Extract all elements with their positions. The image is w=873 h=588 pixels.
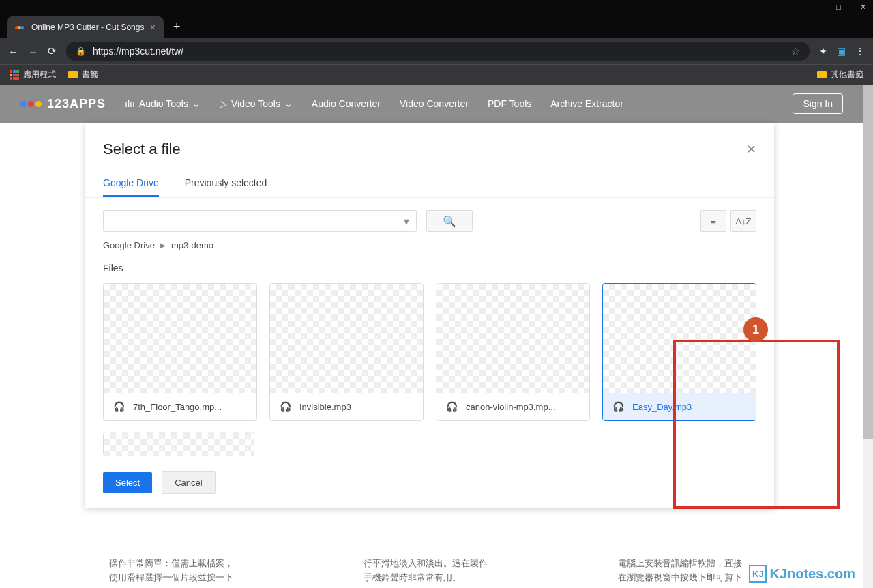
file-name: Easy_Day.mp3: [632, 402, 692, 412]
modal-title: Select a file: [103, 141, 181, 158]
bookmarks-bar: 應用程式 書籤 其他書籤: [0, 64, 873, 85]
tab-title: Online MP3 Cutter - Cut Songs: [31, 23, 144, 32]
sort-az-icon: A↓Z: [735, 216, 751, 226]
apps-shortcut[interactable]: 應用程式: [10, 69, 56, 80]
address-bar: ← → ⟳ 🔒 https://mp3cut.net/tw/ ☆ ✦ ▣ ⋮: [0, 38, 873, 64]
new-tab-button[interactable]: +: [173, 20, 181, 34]
file-thumbnail: [104, 432, 254, 456]
file-thumbnail: [104, 284, 256, 393]
extensions-icon[interactable]: ✦: [819, 46, 827, 57]
background-text: 操作非常簡單：僅需上載檔案，使用滑桿選擇一個片段並按一下 行平滑地淡入和淡出。這…: [109, 557, 795, 585]
file-item[interactable]: 🎧canon-violin-mp3.mp...: [436, 283, 590, 421]
sort-button[interactable]: A↓Z: [730, 210, 756, 232]
page-scrollbar[interactable]: [863, 85, 873, 588]
modal-actions: Select Cancel: [85, 462, 774, 494]
watermark-icon: KJ: [749, 565, 767, 583]
close-window-icon[interactable]: ✕: [860, 3, 866, 12]
headphones-icon: 🎧: [612, 401, 624, 412]
tab-previously-selected[interactable]: Previously selected: [185, 171, 267, 197]
file-name: Invisible.mp3: [299, 402, 351, 412]
apps-grid-icon: [10, 70, 19, 80]
chevron-right-icon: ▶: [160, 241, 166, 249]
nav-video-tools[interactable]: ▷Video Tools⌄: [220, 98, 293, 109]
tab-close-icon[interactable]: ×: [150, 22, 156, 33]
menu-icon[interactable]: ⋮: [855, 46, 865, 57]
files-heading: Files: [85, 256, 774, 278]
folder-icon: [68, 71, 78, 78]
file-item-selected[interactable]: 🎧Easy_Day.mp3: [602, 283, 756, 421]
folder-dropdown[interactable]: [103, 210, 417, 232]
site-logo[interactable]: 123APPS: [20, 97, 106, 111]
list-view-button[interactable]: ≡: [700, 210, 726, 232]
folder-icon: [817, 71, 827, 78]
nav-pdf-tools[interactable]: PDF Tools: [488, 98, 531, 109]
breadcrumb-root[interactable]: Google Drive: [103, 240, 155, 250]
nav-audio-tools[interactable]: ılııAudio Tools⌄: [125, 98, 201, 109]
back-icon[interactable]: ←: [8, 46, 18, 57]
file-name: 7th_Floor_Tango.mp...: [133, 402, 222, 412]
logo-dots-icon: [20, 101, 42, 107]
extension-badge-icon[interactable]: ▣: [837, 46, 846, 57]
modal-close-icon[interactable]: ✕: [746, 142, 756, 157]
lock-icon: 🔒: [76, 46, 86, 56]
list-icon: ≡: [711, 216, 716, 226]
nav-audio-converter[interactable]: Audio Converter: [312, 98, 381, 109]
other-bookmarks[interactable]: 其他書籤: [817, 69, 863, 80]
forward-icon[interactable]: →: [28, 46, 38, 57]
file-item[interactable]: [103, 432, 254, 456]
tab-google-drive[interactable]: Google Drive: [103, 171, 159, 197]
url-text: https://mp3cut.net/tw/: [93, 46, 183, 57]
watermark: KJ KJnotes.com: [749, 565, 855, 583]
headphones-icon: 🎧: [280, 401, 291, 412]
tab-strip: Online MP3 Cutter - Cut Songs × +: [0, 14, 873, 38]
favicon-icon: [15, 22, 26, 33]
nav-archive-extractor[interactable]: Archive Extractor: [550, 98, 623, 109]
sign-in-button[interactable]: Sign In: [793, 93, 843, 114]
breadcrumb: Google Drive ▶ mp3-demo: [85, 240, 774, 256]
file-picker-modal: Select a file ✕ Google Drive Previously …: [85, 123, 774, 508]
search-icon: 🔍: [443, 215, 456, 228]
file-item[interactable]: 🎧Invisible.mp3: [269, 283, 424, 421]
window-titlebar: — □ ✕: [0, 0, 873, 14]
file-thumbnail: [603, 284, 756, 393]
bookmark-folder[interactable]: 書籤: [68, 69, 98, 80]
modal-tabs: Google Drive Previously selected: [85, 171, 774, 198]
headphones-icon: 🎧: [113, 401, 125, 412]
annotation-badge-1: 1: [743, 317, 768, 342]
file-item[interactable]: 🎧7th_Floor_Tango.mp...: [103, 283, 257, 421]
omnibox[interactable]: 🔒 https://mp3cut.net/tw/ ☆: [66, 42, 810, 61]
browser-tab[interactable]: Online MP3 Cutter - Cut Songs ×: [7, 16, 164, 38]
file-grid-row2: [85, 426, 774, 462]
headphones-icon: 🎧: [446, 401, 458, 412]
bookmark-star-icon[interactable]: ☆: [791, 46, 800, 57]
site-nav: 123APPS ılııAudio Tools⌄ ▷Video Tools⌄ A…: [0, 85, 863, 123]
maximize-icon[interactable]: □: [836, 3, 841, 11]
scrollbar-thumb[interactable]: [863, 85, 873, 439]
breadcrumb-folder[interactable]: mp3-demo: [171, 240, 213, 250]
picker-toolbar: 🔍 ≡ A↓Z: [85, 198, 774, 240]
file-thumbnail: [270, 284, 423, 393]
file-thumbnail: [436, 284, 589, 393]
cancel-button[interactable]: Cancel: [162, 471, 215, 494]
file-name: canon-violin-mp3.mp...: [466, 402, 556, 412]
minimize-icon[interactable]: —: [810, 3, 817, 11]
select-button[interactable]: Select: [103, 472, 152, 493]
nav-video-converter[interactable]: Video Converter: [400, 98, 469, 109]
reload-icon[interactable]: ⟳: [48, 45, 57, 57]
page-content: 123APPS ılııAudio Tools⌄ ▷Video Tools⌄ A…: [0, 85, 863, 588]
search-button[interactable]: 🔍: [426, 210, 473, 232]
file-grid: 🎧7th_Floor_Tango.mp... 🎧Invisible.mp3 🎧c…: [85, 278, 774, 426]
